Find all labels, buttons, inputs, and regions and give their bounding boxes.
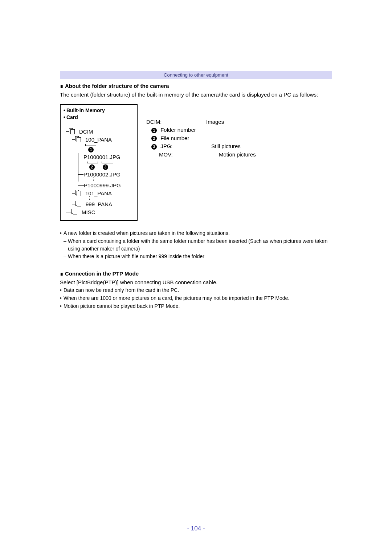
- section1-title-text: About the folder structure of the camera: [65, 83, 169, 89]
- header-bar: Connecting to other equipment: [60, 71, 332, 79]
- section2-intro: Select [PictBridge(PTP)] when connecting…: [60, 278, 332, 287]
- bullet-ptp-motion: Motion picture cannot be played back in …: [64, 302, 180, 310]
- bullet-ptp-readonly: Data can now be read only from the card …: [64, 286, 179, 294]
- legend-jpg-label: JPG:: [160, 143, 172, 149]
- bullet-new-folder: A new folder is created when pictures ar…: [64, 229, 230, 237]
- badge-1-icon: 1: [88, 147, 94, 152]
- folder-icon: [78, 202, 84, 207]
- legend-dcim-desc: Images: [206, 118, 332, 126]
- section1-title: ∎About the folder structure of the camer…: [60, 83, 332, 89]
- misc-folder: MISC: [82, 208, 95, 216]
- legend-mov-desc: Motion pictures: [219, 151, 332, 159]
- badge-2-icon: 2: [151, 136, 157, 141]
- square-bullet-icon: ∎: [60, 83, 64, 89]
- badge-2-icon: 2: [89, 164, 95, 170]
- folder-tree: DCIM 100_PANA: [64, 128, 134, 216]
- section2-title-text: Connection in the PTP Mode: [65, 270, 139, 277]
- legend-folder-number: Folder number: [160, 127, 196, 133]
- badge-3-icon: 3: [103, 164, 108, 170]
- legend-dcim-label: DCIM:: [146, 118, 206, 126]
- file-p1000001: P1000001.JPG: [83, 153, 121, 161]
- bullet-file-999: When there is a picture with file number…: [68, 253, 204, 260]
- bullets-folder-creation: •A new folder is created when pictures a…: [60, 229, 332, 260]
- bullets-ptp: •Data can now be read only from the card…: [60, 286, 332, 310]
- section2-title: ∎Connection in the PTP Mode: [60, 270, 332, 277]
- vdots-icon: ···: [93, 177, 94, 182]
- page-content: Connecting to other equipment ∎About the…: [0, 0, 392, 554]
- folder-100pana: 100_PANA: [85, 136, 112, 143]
- file-p1000999: P1000999.JPG: [84, 182, 121, 189]
- bullet-same-folder-number: When a card containing a folder with the…: [68, 237, 332, 253]
- legend-mov-label: MOV:: [146, 151, 219, 159]
- badge-3-icon: 3: [151, 144, 157, 150]
- bullet-ptp-1000: When there are 1000 or more pictures on …: [64, 294, 289, 302]
- diagram-row: •Built-in Memory •Card DCIM 100_P: [60, 104, 332, 221]
- file-p1000002: P1000002.JPG: [83, 171, 121, 178]
- badge-1-icon: 1: [151, 128, 157, 133]
- memory-builtin-label: Built-in Memory: [66, 107, 105, 113]
- folder-structure-diagram: •Built-in Memory •Card DCIM 100_P: [60, 104, 138, 221]
- folder-999pana: 999_PANA: [86, 200, 112, 208]
- folder-icon: [71, 129, 78, 134]
- memory-card-label: Card: [66, 114, 78, 120]
- legend-jpg-desc: Still pictures: [211, 142, 332, 151]
- folder-icon: [77, 191, 84, 196]
- legend-file-number: File number: [160, 135, 189, 141]
- vdots-icon: ···: [89, 196, 90, 200]
- legend: DCIM: Images 1 Folder number 2 File numb…: [146, 104, 332, 159]
- folder-icon: [77, 137, 84, 142]
- folder-icon: [74, 210, 80, 215]
- page-number: - 104 -: [0, 525, 392, 532]
- section1-intro: The content (folder structure) of the bu…: [60, 91, 332, 99]
- dcim-folder: DCIM: [79, 128, 93, 135]
- square-bullet-icon: ∎: [60, 270, 64, 277]
